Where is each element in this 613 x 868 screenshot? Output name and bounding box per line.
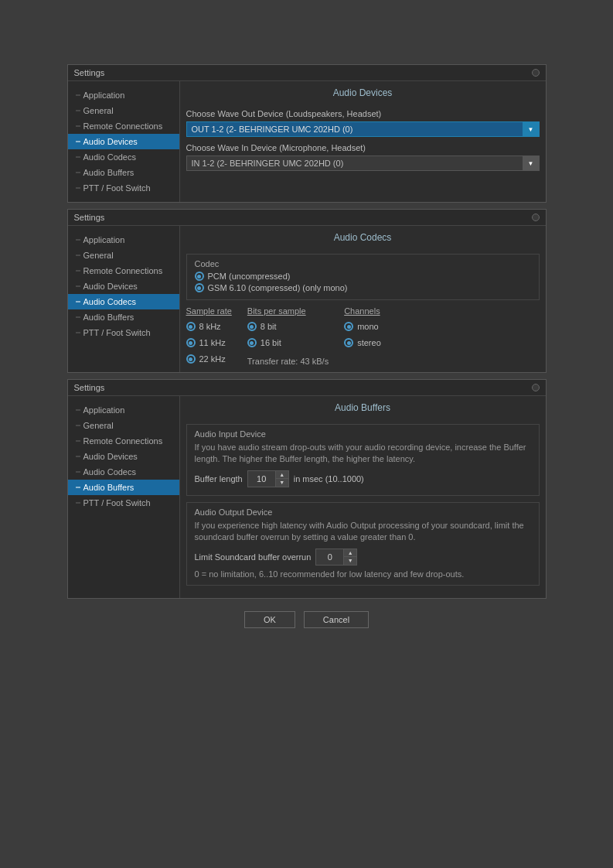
limit-spinner: ▲ ▼ <box>315 548 357 566</box>
radio-8bit[interactable]: 8 bit <box>247 322 329 331</box>
panel-circle-3 <box>532 384 540 391</box>
sample-rate-label: Sample rate <box>186 306 232 316</box>
sidebar-item-application-1[interactable]: Application <box>68 87 179 103</box>
radio-stereo-label: stereo <box>357 338 381 347</box>
sidebar-item-audio-codecs-2[interactable]: Audio Codecs <box>68 294 179 309</box>
sidebar-item-audio-buffers-3[interactable]: Audio Buffers <box>68 480 179 495</box>
sample-rate-col: Sample rate 8 kHz 11 kHz 22 kHz <box>186 306 232 366</box>
transfer-rate: Transfer rate: 43 kB/s <box>247 357 329 366</box>
bits-col: Bits per sample 8 bit 16 bit Transfer ra… <box>247 306 329 366</box>
section-title-3: Audio Buffers <box>186 402 540 416</box>
buffer-length-hint: in msec (10..1000) <box>294 474 364 484</box>
radio-11khz[interactable]: 11 kHz <box>186 338 232 347</box>
radio-stereo-dot <box>344 338 353 347</box>
sidebar-item-general-2[interactable]: General <box>68 248 179 263</box>
sidebar-item-audio-devices-3[interactable]: Audio Devices <box>68 449 179 464</box>
sidebar-item-audio-devices-1[interactable]: Audio Devices <box>68 134 179 149</box>
radio-gsm-label: GSM 6.10 (compressed) (only mono) <box>208 283 348 292</box>
radio-11khz-dot <box>186 338 196 347</box>
limit-down[interactable]: ▼ <box>344 557 356 565</box>
settings-panel-audio-codecs: Settings Application General Remote Conn… <box>67 209 547 373</box>
sidebar-item-remote-3[interactable]: Remote Connections <box>68 433 179 449</box>
radio-22khz-dot <box>186 354 196 364</box>
panel-title-2: Settings <box>74 213 105 222</box>
sidebar-item-audio-devices-2[interactable]: Audio Devices <box>68 279 179 294</box>
radio-mono[interactable]: mono <box>344 322 381 331</box>
cancel-button[interactable]: Cancel <box>304 611 369 628</box>
panel-title-bar-2: Settings <box>68 210 546 226</box>
output-device-desc: If you experience high latency with Audi… <box>195 520 531 544</box>
sidebar-item-audio-codecs-1[interactable]: Audio Codecs <box>68 149 179 165</box>
codec-section: Codec PCM (uncompressed) GSM 6.10 (compr… <box>186 254 540 300</box>
sidebar-2: Application General Remote Connections A… <box>68 226 180 372</box>
buffer-length-row: Buffer length ▲ ▼ in msec (10..1000) <box>195 470 531 487</box>
section-title-2: Audio Codecs <box>186 232 540 246</box>
wave-in-select[interactable]: IN 1-2 (2- BEHRINGER UMC 202HD (0) <box>186 155 540 171</box>
wave-in-dropdown-wrapper: IN 1-2 (2- BEHRINGER UMC 202HD (0) <box>186 155 540 171</box>
wave-out-dropdown-wrapper: OUT 1-2 (2- BEHRINGER UMC 202HD (0) <box>186 121 540 137</box>
panel-title-3: Settings <box>74 383 105 392</box>
buffer-length-label: Buffer length <box>195 474 243 484</box>
ok-button[interactable]: OK <box>244 611 295 628</box>
limit-up[interactable]: ▲ <box>344 549 356 557</box>
sidebar-item-ptt-1[interactable]: PTT / Foot Switch <box>68 180 179 196</box>
buffer-length-up[interactable]: ▲ <box>276 471 288 479</box>
panel-circle-1 <box>532 69 540 77</box>
sidebar-item-remote-2[interactable]: Remote Connections <box>68 263 179 279</box>
radio-8bit-dot <box>247 322 257 331</box>
sidebar-3: Application General Remote Connections A… <box>68 396 180 598</box>
radio-gsm-dot <box>195 283 204 292</box>
sidebar-item-audio-codecs-3[interactable]: Audio Codecs <box>68 464 179 480</box>
settings-panel-audio-buffers: Settings Application General Remote Conn… <box>67 379 547 599</box>
radio-22khz[interactable]: 22 kHz <box>186 354 232 364</box>
buffer-length-down[interactable]: ▼ <box>276 479 288 487</box>
output-device-title: Audio Output Device <box>195 507 531 517</box>
limit-row: Limit Soundcard buffer overrun ▲ ▼ <box>195 548 531 566</box>
limit-label: Limit Soundcard buffer overrun <box>195 552 312 562</box>
radio-mono-dot <box>344 322 353 331</box>
sidebar-item-audio-buffers-1[interactable]: Audio Buffers <box>68 165 179 180</box>
panel-circle-2 <box>532 214 540 221</box>
settings-panel-audio-devices: Settings Application General Remote Conn… <box>67 64 547 203</box>
buffer-length-spinner: ▲ ▼ <box>247 470 289 487</box>
section-title-1: Audio Devices <box>186 87 540 101</box>
radio-16bit-label: 16 bit <box>261 338 281 347</box>
content-area-3: Audio Buffers Audio Input Device If you … <box>180 396 546 598</box>
panel-title-bar-1: Settings <box>68 65 546 81</box>
radio-gsm[interactable]: GSM 6.10 (compressed) (only mono) <box>195 283 531 292</box>
codec-label: Codec <box>195 259 531 268</box>
sidebar-1: Application General Remote Connections A… <box>68 81 180 202</box>
limit-input[interactable] <box>315 548 343 566</box>
sidebar-item-ptt-3[interactable]: PTT / Foot Switch <box>68 495 179 511</box>
limit-hint: 0 = no limitation, 6..10 recommended for… <box>195 569 531 580</box>
content-area-1: Audio Devices Choose Wave Out Device (Lo… <box>180 81 546 202</box>
radio-8khz[interactable]: 8 kHz <box>186 322 232 331</box>
radio-pcm-dot <box>195 272 204 281</box>
channels-label: Channels <box>344 306 381 316</box>
radio-pcm[interactable]: PCM (uncompressed) <box>195 272 531 281</box>
output-device-section: Audio Output Device If you experience hi… <box>186 502 540 586</box>
radio-stereo[interactable]: stereo <box>344 338 381 347</box>
input-device-desc: If you have audio stream drop-outs with … <box>195 442 531 466</box>
bottom-bar: OK Cancel <box>0 605 613 634</box>
wave-out-select[interactable]: OUT 1-2 (2- BEHRINGER UMC 202HD (0) <box>186 121 540 137</box>
buffer-length-input[interactable] <box>247 470 275 487</box>
radio-11khz-label: 11 kHz <box>199 338 226 347</box>
sidebar-item-audio-buffers-2[interactable]: Audio Buffers <box>68 309 179 325</box>
radio-8bit-label: 8 bit <box>261 322 277 331</box>
sidebar-item-ptt-2[interactable]: PTT / Foot Switch <box>68 325 179 340</box>
sidebar-item-remote-1[interactable]: Remote Connections <box>68 118 179 134</box>
radio-8khz-dot <box>186 322 196 331</box>
wave-out-label: Choose Wave Out Device (Loudspeakers, He… <box>186 109 540 118</box>
sidebar-item-general-3[interactable]: General <box>68 418 179 433</box>
radio-16bit[interactable]: 16 bit <box>247 338 329 347</box>
content-area-2: Audio Codecs Codec PCM (uncompressed) GS… <box>180 226 546 372</box>
sidebar-item-application-2[interactable]: Application <box>68 232 179 248</box>
input-device-title: Audio Input Device <box>195 429 531 439</box>
limit-spinner-btns: ▲ ▼ <box>343 548 357 566</box>
sidebar-item-general-1[interactable]: General <box>68 103 179 118</box>
bits-label: Bits per sample <box>247 306 329 316</box>
sidebar-item-application-3[interactable]: Application <box>68 402 179 418</box>
buffer-length-spinner-btns: ▲ ▼ <box>275 470 289 487</box>
radio-16bit-dot <box>247 338 257 347</box>
